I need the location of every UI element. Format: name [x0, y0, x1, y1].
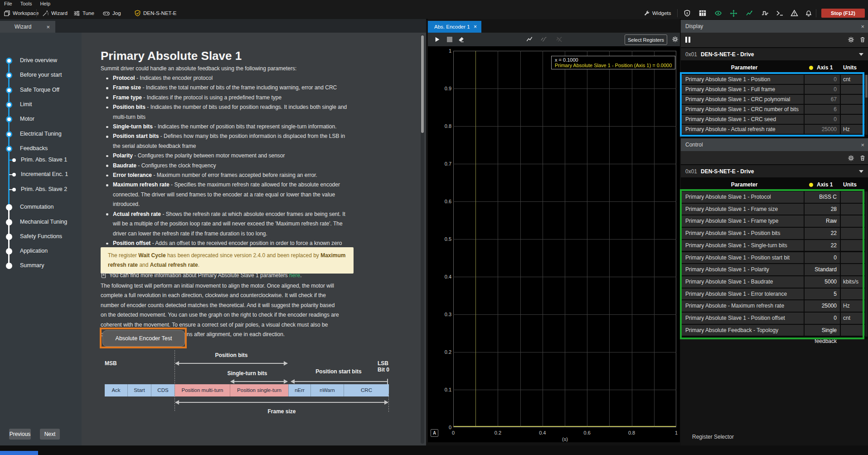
y-tick-label: 1 [432, 48, 451, 54]
frame-cell-crc: CRC [344, 384, 389, 396]
trash-icon[interactable] [859, 155, 866, 161]
axis-color-dot [809, 183, 813, 187]
sidebar-item-incremental-enc-1[interactable]: Incremental Enc. 1 [21, 171, 68, 177]
intro-text: Summit driver could handle an absolute f… [101, 65, 296, 72]
sidebar-item-before-your-start[interactable]: Before your start [20, 72, 62, 78]
device-status-label: DEN-S-NET-E [143, 10, 176, 16]
sidebar-item-application[interactable]: Application [20, 248, 48, 254]
plot-tooltip: x = 0.1000 Primary Absolute Slave 1 - Po… [551, 56, 675, 69]
wizard-button[interactable]: Wizard [42, 7, 68, 19]
autorange-button[interactable]: A [431, 429, 438, 437]
sidebar-item-drive-overview[interactable]: Drive overview [20, 57, 57, 64]
step-indicator [6, 248, 12, 254]
plot-region[interactable]: 10.90.80.70.60.50.40.30.20.10 00.20.40.6… [428, 46, 680, 442]
previous-button[interactable]: Previous [9, 429, 31, 440]
tab-abs-encoder-1[interactable]: Abs. Encoder 1 × [428, 21, 481, 33]
deprecation-note: The register Wait Cycle has been depreca… [101, 247, 354, 274]
control-panel-header: Control × [681, 138, 868, 151]
control-scrollbar[interactable] [865, 191, 868, 337]
step-indicator [6, 263, 12, 269]
y-tick-label: 0.1 [432, 387, 451, 392]
y-tick-label: 0.6 [432, 199, 451, 204]
step-indicator [6, 234, 12, 240]
parameter-bullet: Frame type - Indicates if the protocol i… [104, 93, 351, 103]
multi-line-icon[interactable] [540, 36, 548, 43]
scope-panel: Abs. Encoder 1 × Select Registers 10.90.… [428, 19, 680, 442]
sidebar-item-feedbacks[interactable]: Feedbacks [20, 145, 48, 152]
menu-help[interactable]: Help [36, 1, 54, 6]
sidebar-item-safe-torque-off[interactable]: Safe Torque Off [20, 87, 59, 93]
workspace-button[interactable]: Workspace [4, 7, 39, 19]
next-button[interactable]: Next [40, 429, 60, 440]
pause-icon[interactable] [685, 37, 690, 43]
frame-cell-position-multi-turn: Position multi-turn [175, 384, 230, 396]
sidebar-item-limit[interactable]: Limit [20, 101, 32, 108]
menu-tools[interactable]: Tools [16, 1, 36, 6]
parameter-bullet: Polarity - Configures the polarity betwe… [104, 151, 351, 161]
frame-cell-cds: CDS [151, 384, 175, 396]
move-icon[interactable] [730, 7, 737, 19]
frame-cell-nwarn: nWarn [310, 384, 344, 396]
book-icon [101, 272, 107, 279]
control-device-selector[interactable]: 0x01 DEN-S-NET-E - Drive [681, 165, 868, 177]
sidebar-item-commutation[interactable]: Commutation [20, 204, 53, 210]
eraser-icon[interactable] [458, 36, 465, 43]
line-plot-icon[interactable] [526, 36, 533, 43]
close-icon[interactable]: × [474, 24, 477, 30]
eye-icon[interactable] [714, 7, 722, 19]
wizard-panel: Wizard × Drive overviewBefore your start… [0, 19, 426, 445]
chevron-down-icon [859, 53, 863, 56]
dashed-guide [175, 350, 175, 411]
register-selector-label: Register Selector [692, 434, 734, 440]
device-status-button[interactable]: DEN-S-NET-E [134, 7, 176, 19]
gear-icon[interactable] [672, 36, 679, 43]
close-icon[interactable]: × [46, 24, 50, 30]
right-dock: Display × 0x01 DEN-S-NET-E - Drive Param… [681, 19, 868, 445]
close-icon[interactable]: × [861, 23, 864, 30]
menu-file[interactable]: File [0, 1, 16, 6]
trash-icon[interactable] [859, 36, 866, 43]
pulse-icon[interactable] [761, 7, 769, 19]
display-scrollbar-thumb[interactable] [865, 75, 868, 98]
table-icon[interactable] [699, 7, 706, 19]
frame-diagram: Position bits MSB LSBBit 0 Single-turn b… [0, 348, 426, 439]
bell-icon[interactable] [805, 7, 812, 19]
select-registers-button[interactable]: Select Registers [625, 34, 667, 45]
jog-button[interactable]: Jog [102, 7, 121, 19]
sidebar-item-prim-abs-slave-1[interactable]: Prim. Abs. Slave 1 [21, 157, 67, 163]
wizard-scrollbar-thumb[interactable] [421, 35, 424, 133]
warning-icon[interactable] [790, 7, 798, 19]
sidebar-item-electrical-tuning[interactable]: Electrical Tuning [20, 131, 62, 137]
absolute-encoder-test-button[interactable]: Absolute Encoder Test [102, 330, 185, 347]
stop-button[interactable]: Stop (F12) [821, 9, 865, 18]
frame-cell-nerr: nErr [288, 384, 310, 396]
close-icon[interactable]: × [861, 142, 864, 148]
chart-line-icon[interactable] [746, 7, 753, 19]
tab-wizard[interactable]: Wizard × [0, 21, 55, 33]
single-turn-bits-arrow [231, 381, 287, 382]
wizard-tab-label: Wizard [15, 24, 31, 30]
terminal-icon[interactable] [776, 7, 784, 19]
sidebar-item-safety-functions[interactable]: Safety Functions [20, 233, 62, 240]
gear-icon[interactable] [848, 36, 854, 43]
shield-ok-icon[interactable] [684, 7, 691, 19]
axis-color-dot [809, 66, 813, 70]
sidebar-item-prim-abs-slave-2[interactable]: Prim. Abs. Slave 2 [21, 186, 67, 192]
x-tick-label: 0.2 [495, 430, 501, 435]
widgets-button[interactable]: Widgets [644, 7, 671, 19]
multi-line-off-icon[interactable] [556, 36, 563, 43]
x-tick-label: 1 [675, 430, 678, 435]
play-icon[interactable] [434, 36, 441, 43]
status-bar [0, 445, 868, 455]
tune-button[interactable]: Tune [73, 7, 94, 19]
parameter-bullet: Maximum refresh rate - Specifies the max… [104, 180, 351, 209]
parameter-bullet: Position bits - Indicates the number of … [104, 103, 351, 122]
sidebar-item-mechanical-tuning[interactable]: Mechanical Tuning [20, 219, 67, 225]
sidebar-item-summary[interactable]: Summary [20, 262, 44, 269]
stop-record-icon[interactable] [447, 37, 452, 42]
sidebar-item-motor[interactable]: Motor [20, 116, 34, 122]
parameter-bullet: Frame size - Indicates the total number … [104, 83, 351, 93]
here-link[interactable]: here [289, 272, 300, 279]
gear-icon[interactable] [848, 155, 854, 161]
display-device-selector[interactable]: 0x01 DEN-S-NET-E - Drive [681, 48, 868, 60]
